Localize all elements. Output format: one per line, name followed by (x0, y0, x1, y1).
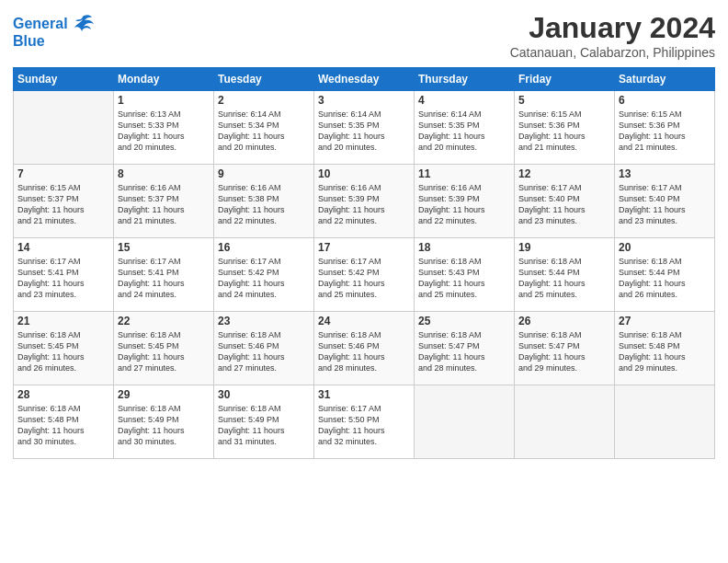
day-number: 2 (218, 94, 310, 107)
column-header-thursday: Thursday (415, 68, 515, 91)
day-cell (515, 385, 615, 459)
day-info: Sunrise: 6:18 AM Sunset: 5:48 PM Dayligh… (619, 329, 711, 374)
day-info: Sunrise: 6:18 AM Sunset: 5:49 PM Dayligh… (218, 403, 310, 448)
header-row: SundayMondayTuesdayWednesdayThursdayFrid… (14, 68, 715, 91)
calendar-table: SundayMondayTuesdayWednesdayThursdayFrid… (13, 67, 715, 459)
day-cell: 19Sunrise: 6:18 AM Sunset: 5:44 PM Dayli… (515, 238, 615, 312)
day-number: 31 (318, 388, 410, 401)
day-number: 9 (218, 167, 310, 180)
day-info: Sunrise: 6:13 AM Sunset: 5:33 PM Dayligh… (118, 109, 210, 154)
day-number: 7 (17, 167, 109, 180)
day-cell: 12Sunrise: 6:17 AM Sunset: 5:40 PM Dayli… (515, 165, 615, 238)
day-number: 23 (218, 315, 310, 327)
day-cell: 24Sunrise: 6:18 AM Sunset: 5:46 PM Dayli… (314, 312, 415, 385)
day-number: 11 (418, 167, 510, 180)
day-number: 16 (218, 241, 310, 254)
day-info: Sunrise: 6:16 AM Sunset: 5:39 PM Dayligh… (418, 182, 510, 227)
column-header-wednesday: Wednesday (314, 68, 415, 91)
day-info: Sunrise: 6:18 AM Sunset: 5:45 PM Dayligh… (118, 329, 210, 374)
day-info: Sunrise: 6:17 AM Sunset: 5:41 PM Dayligh… (118, 256, 210, 301)
calendar-body: 1Sunrise: 6:13 AM Sunset: 5:33 PM Daylig… (14, 91, 715, 459)
day-cell: 29Sunrise: 6:18 AM Sunset: 5:49 PM Dayli… (114, 385, 214, 459)
week-row-1: 1Sunrise: 6:13 AM Sunset: 5:33 PM Daylig… (14, 91, 715, 165)
day-info: Sunrise: 6:18 AM Sunset: 5:46 PM Dayligh… (218, 329, 310, 374)
week-row-2: 7Sunrise: 6:15 AM Sunset: 5:37 PM Daylig… (14, 165, 715, 238)
day-info: Sunrise: 6:17 AM Sunset: 5:50 PM Dayligh… (318, 403, 410, 448)
day-cell: 30Sunrise: 6:18 AM Sunset: 5:49 PM Dayli… (214, 385, 314, 459)
day-cell: 17Sunrise: 6:17 AM Sunset: 5:42 PM Dayli… (314, 238, 415, 312)
day-info: Sunrise: 6:16 AM Sunset: 5:39 PM Dayligh… (318, 182, 410, 227)
day-info: Sunrise: 6:17 AM Sunset: 5:42 PM Dayligh… (318, 256, 410, 301)
day-number: 3 (318, 94, 410, 107)
day-number: 14 (17, 241, 109, 254)
day-cell: 20Sunrise: 6:18 AM Sunset: 5:44 PM Dayli… (615, 238, 715, 312)
day-cell: 28Sunrise: 6:18 AM Sunset: 5:48 PM Dayli… (14, 385, 114, 459)
day-cell: 14Sunrise: 6:17 AM Sunset: 5:41 PM Dayli… (14, 238, 114, 312)
day-number: 20 (619, 241, 711, 254)
day-cell (615, 385, 715, 459)
subtitle: Catanauan, Calabarzon, Philippines (510, 45, 715, 60)
day-cell: 13Sunrise: 6:17 AM Sunset: 5:40 PM Dayli… (615, 165, 715, 238)
day-number: 18 (418, 241, 510, 254)
day-number: 13 (619, 167, 711, 180)
day-cell: 7Sunrise: 6:15 AM Sunset: 5:37 PM Daylig… (14, 165, 114, 238)
week-row-4: 21Sunrise: 6:18 AM Sunset: 5:45 PM Dayli… (14, 312, 715, 385)
day-info: Sunrise: 6:18 AM Sunset: 5:43 PM Dayligh… (418, 256, 510, 301)
logo-bird-icon (70, 11, 96, 37)
day-number: 10 (318, 167, 410, 180)
logo-text: General (13, 15, 68, 32)
column-header-sunday: Sunday (14, 68, 114, 91)
calendar-header: SundayMondayTuesdayWednesdayThursdayFrid… (14, 68, 715, 91)
day-number: 30 (218, 388, 310, 401)
week-row-3: 14Sunrise: 6:17 AM Sunset: 5:41 PM Dayli… (14, 238, 715, 312)
day-info: Sunrise: 6:18 AM Sunset: 5:45 PM Dayligh… (17, 329, 109, 374)
column-header-tuesday: Tuesday (214, 68, 314, 91)
day-info: Sunrise: 6:18 AM Sunset: 5:47 PM Dayligh… (518, 329, 610, 374)
day-info: Sunrise: 6:18 AM Sunset: 5:46 PM Dayligh… (318, 329, 410, 374)
day-info: Sunrise: 6:17 AM Sunset: 5:41 PM Dayligh… (17, 256, 109, 301)
day-info: Sunrise: 6:14 AM Sunset: 5:35 PM Dayligh… (318, 109, 410, 154)
day-info: Sunrise: 6:17 AM Sunset: 5:40 PM Dayligh… (518, 182, 610, 227)
day-number: 28 (17, 388, 109, 401)
day-info: Sunrise: 6:16 AM Sunset: 5:38 PM Dayligh… (218, 182, 310, 227)
day-cell: 18Sunrise: 6:18 AM Sunset: 5:43 PM Dayli… (415, 238, 515, 312)
title-block: January 2024 Catanauan, Calabarzon, Phil… (510, 11, 715, 60)
page-container: General Blue January 2024 Catanauan, Cal… (0, 0, 728, 563)
day-number: 8 (118, 167, 210, 180)
main-title: January 2024 (510, 11, 715, 45)
day-number: 1 (118, 94, 210, 107)
day-info: Sunrise: 6:15 AM Sunset: 5:36 PM Dayligh… (518, 109, 610, 154)
day-cell: 9Sunrise: 6:16 AM Sunset: 5:38 PM Daylig… (214, 165, 314, 238)
day-number: 15 (118, 241, 210, 254)
day-cell: 26Sunrise: 6:18 AM Sunset: 5:47 PM Dayli… (515, 312, 615, 385)
day-cell: 4Sunrise: 6:14 AM Sunset: 5:35 PM Daylig… (415, 91, 515, 165)
day-number: 6 (619, 94, 711, 107)
day-info: Sunrise: 6:18 AM Sunset: 5:44 PM Dayligh… (518, 256, 610, 301)
day-info: Sunrise: 6:14 AM Sunset: 5:34 PM Dayligh… (218, 109, 310, 154)
day-cell: 22Sunrise: 6:18 AM Sunset: 5:45 PM Dayli… (114, 312, 214, 385)
day-cell: 15Sunrise: 6:17 AM Sunset: 5:41 PM Dayli… (114, 238, 214, 312)
column-header-friday: Friday (515, 68, 615, 91)
day-info: Sunrise: 6:15 AM Sunset: 5:36 PM Dayligh… (619, 109, 711, 154)
day-info: Sunrise: 6:17 AM Sunset: 5:42 PM Dayligh… (218, 256, 310, 301)
day-number: 22 (118, 315, 210, 327)
day-info: Sunrise: 6:18 AM Sunset: 5:49 PM Dayligh… (118, 403, 210, 448)
day-number: 21 (17, 315, 109, 327)
day-info: Sunrise: 6:18 AM Sunset: 5:44 PM Dayligh… (619, 256, 711, 301)
day-cell: 25Sunrise: 6:18 AM Sunset: 5:47 PM Dayli… (415, 312, 515, 385)
day-number: 29 (118, 388, 210, 401)
column-header-monday: Monday (114, 68, 214, 91)
day-cell: 21Sunrise: 6:18 AM Sunset: 5:45 PM Dayli… (14, 312, 114, 385)
day-cell: 3Sunrise: 6:14 AM Sunset: 5:35 PM Daylig… (314, 91, 415, 165)
week-row-5: 28Sunrise: 6:18 AM Sunset: 5:48 PM Dayli… (14, 385, 715, 459)
day-number: 12 (518, 167, 610, 180)
logo: General Blue (13, 11, 96, 50)
logo-blue: Blue (13, 33, 45, 50)
day-info: Sunrise: 6:14 AM Sunset: 5:35 PM Dayligh… (418, 109, 510, 154)
column-header-saturday: Saturday (615, 68, 715, 91)
day-cell: 2Sunrise: 6:14 AM Sunset: 5:34 PM Daylig… (214, 91, 314, 165)
day-info: Sunrise: 6:15 AM Sunset: 5:37 PM Dayligh… (17, 182, 109, 227)
day-cell: 5Sunrise: 6:15 AM Sunset: 5:36 PM Daylig… (515, 91, 615, 165)
day-cell: 8Sunrise: 6:16 AM Sunset: 5:37 PM Daylig… (114, 165, 214, 238)
day-cell: 11Sunrise: 6:16 AM Sunset: 5:39 PM Dayli… (415, 165, 515, 238)
